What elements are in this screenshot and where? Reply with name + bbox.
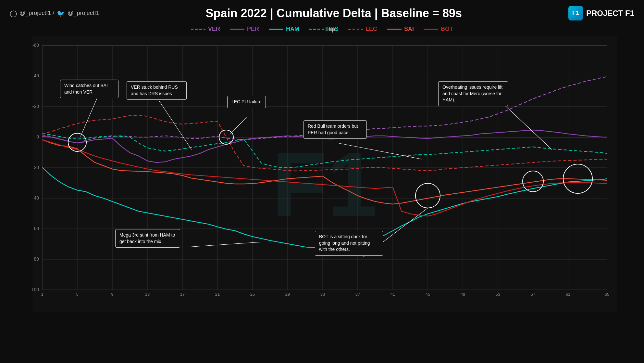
svg-text:53: 53 [496,292,500,297]
svg-text:21: 21 [215,292,220,297]
svg-text:45: 45 [426,292,430,297]
svg-text:13: 13 [145,292,150,297]
svg-text:65: 65 [605,292,609,297]
annotation-bot: BOT is a sitting duck for going long and… [315,231,383,256]
legend-bot: BOT [424,26,453,32]
annotation-ham-stint: Mega 3rd stint from HAM to get back into… [115,229,180,248]
logo-text: PROJECT F1 [586,9,634,18]
svg-text:60: 60 [34,226,39,231]
twitter-icon: 🐦 [57,9,65,17]
svg-text:-40: -40 [32,73,39,78]
svg-text:37: 37 [355,292,360,297]
logo: F1 PROJECT F1 [568,6,634,20]
svg-text:20: 20 [34,165,39,170]
annotation-overheating: Overheating issues require lift and coas… [438,81,508,106]
svg-text:29: 29 [285,292,290,297]
legend: VER PER HAM RUS LEC SAI BOT [0,24,644,36]
svg-text:80: 80 [34,256,39,262]
chart-title: Spain 2022 | Cumulative Delta | Baseline… [99,6,568,20]
svg-text:33: 33 [320,292,325,297]
legend-sai: SAI [387,26,414,32]
annotation-redbull: Red Bull team orders but PER had good pa… [303,120,367,139]
twitter-handle: @_projectf1 [68,10,99,17]
legend-lec: LEC [348,26,377,32]
social-text: @_projectf1 / [19,10,54,17]
main-container: ◯ @_projectf1 / 🐦 @_projectf1 Spain 2022… [0,0,644,363]
svg-text:1: 1 [41,292,43,297]
header: ◯ @_projectf1 / 🐦 @_projectf1 Spain 2022… [0,0,644,24]
x-axis-label: Lap [325,26,335,33]
social-handle: ◯ @_projectf1 / 🐦 @_projectf1 [10,9,99,17]
legend-ver: VER [191,26,220,32]
svg-text:9: 9 [111,292,113,297]
svg-text:5: 5 [76,292,78,297]
legend-ham: HAM [269,26,299,32]
svg-text:17: 17 [180,292,185,297]
svg-text:0: 0 [36,134,39,139]
logo-icon: F1 [568,6,583,20]
svg-text:-60: -60 [32,43,39,48]
svg-text:40: 40 [34,195,39,201]
annotation-ver-rus: VER stuck behind RUS and has DRS issues [127,81,187,100]
svg-text:49: 49 [461,292,465,297]
svg-text:-20: -20 [32,104,39,109]
legend-per: PER [230,26,259,32]
annotation-wind: Wind catches out SAI and then VER [60,80,118,98]
svg-text:100: 100 [32,287,39,292]
svg-text:41: 41 [390,292,395,297]
svg-text:61: 61 [566,292,570,297]
instagram-icon: ◯ [10,9,17,17]
chart-svg: F1 -60 -40 -20 0 20 40 60 80 [32,36,617,312]
chart-wrapper: Spain 2022 | Cumulative Delta | Baseline… [32,36,628,318]
svg-text:57: 57 [531,292,535,297]
svg-text:25: 25 [250,292,255,297]
annotation-lec-pu: LEC PU failure [227,96,266,108]
